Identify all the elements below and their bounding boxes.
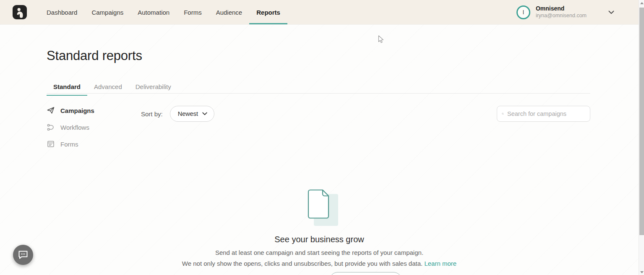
tab-label: Advanced [94,83,122,90]
chat-launcher-button[interactable] [13,245,33,265]
empty-state-title: See your business grow [0,235,639,244]
scroll-down-arrow[interactable] [639,269,644,275]
empty-document-icon [296,189,342,226]
nav-item-dashboard[interactable]: Dashboard [39,0,84,24]
nav-label: Dashboard [47,9,77,16]
paper-plane-icon [47,106,55,115]
category-label: Campaigns [60,107,94,114]
main-content: Standard reports Standard Advanced Deliv… [0,24,639,275]
tabs-divider [47,93,590,94]
empty-state-line1: Send at least one campaign and start see… [0,249,639,257]
category-item-workflows[interactable]: Workflows [47,121,130,134]
main-nav: Dashboard Campaigns Automation Forms Aud… [39,0,287,24]
top-navigation-bar: Dashboard Campaigns Automation Forms Aud… [0,0,639,24]
account-menu[interactable]: I Omnisend iryna@omnisend.com [516,0,639,24]
sort-value: Newest [178,110,198,117]
category-item-forms[interactable]: Forms [47,138,130,150]
omnisend-logo-icon[interactable] [13,5,27,19]
category-label: Workflows [60,124,89,131]
chevron-down-icon [202,112,207,115]
category-label: Forms [60,141,78,148]
empty-state: See your business grow Send at least one… [0,189,639,267]
search-icon [502,110,504,118]
scroll-up-arrow[interactable] [639,0,644,6]
page-title: Standard reports [47,48,142,63]
account-name: Omnisend [536,5,587,13]
nav-item-reports[interactable]: Reports [249,0,287,24]
chevron-down-icon[interactable] [608,8,614,16]
form-icon [47,140,55,148]
empty-state-line2: We not only show the opens, clicks and u… [0,260,639,267]
avatar: I [516,5,530,19]
nav-item-automation[interactable]: Automation [130,0,177,24]
scrollbar-thumb[interactable] [639,8,644,235]
nav-label: Reports [256,9,280,16]
account-email: iryna@omnisend.com [536,13,587,19]
nav-item-audience[interactable]: Audience [209,0,250,24]
chat-bubble-icon [18,250,28,259]
learn-more-link[interactable]: Learn more [424,260,456,267]
account-info: Omnisend iryna@omnisend.com [536,5,587,19]
tab-label: Standard [53,83,81,90]
search-input[interactable] [507,110,586,117]
sort-dropdown[interactable]: Newest [170,106,214,122]
nav-item-forms[interactable]: Forms [177,0,209,24]
nav-label: Forms [184,9,202,16]
sort-label: Sort by: [141,110,163,118]
nav-label: Audience [216,9,242,16]
tab-label: Deliverability [136,83,171,90]
nav-label: Automation [138,9,169,16]
category-item-campaigns[interactable]: Campaigns [47,104,130,117]
vertical-scrollbar[interactable] [639,0,644,275]
nav-label: Campaigns [91,9,123,16]
nav-item-campaigns[interactable]: Campaigns [84,0,130,24]
sort-control: Sort by: Newest [141,106,214,122]
empty-state-action-button[interactable] [329,272,402,275]
avatar-initial: I [522,9,524,16]
report-category-list: Campaigns Workflows Forms [47,104,130,155]
empty-state-line2-text: We not only show the opens, clicks and u… [182,260,422,267]
workflow-icon [47,123,55,131]
search-box[interactable] [497,106,590,122]
